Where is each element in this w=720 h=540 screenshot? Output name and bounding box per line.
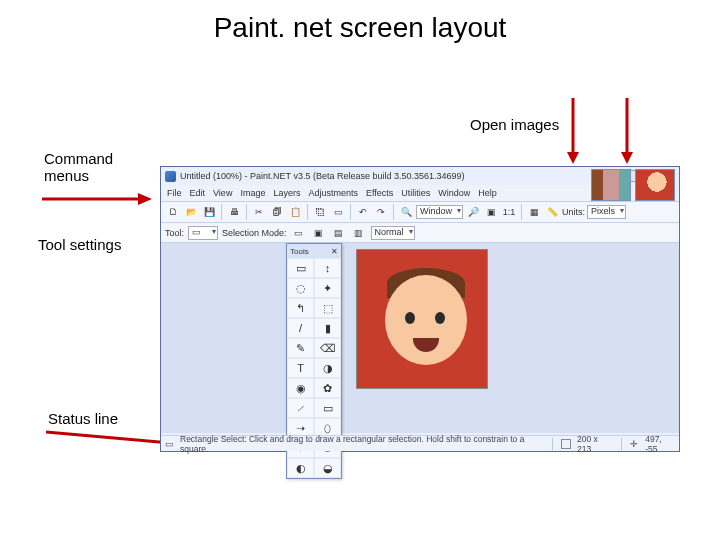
- print-icon[interactable]: 🖶: [226, 204, 242, 220]
- window-title: Untitled (100%) - Paint.NET v3.5 (Beta R…: [180, 171, 465, 181]
- arrow-command-menus: [42, 192, 152, 206]
- tool-color-picker[interactable]: ◒: [314, 458, 341, 478]
- tool-dropdown[interactable]: ▭: [188, 226, 218, 240]
- cut-icon[interactable]: ✂: [251, 204, 267, 220]
- redo-icon[interactable]: ↷: [373, 204, 389, 220]
- status-tool-icon: ▭: [165, 439, 174, 449]
- deselect-icon[interactable]: ▭: [330, 204, 346, 220]
- tool-move-selection[interactable]: ✦: [314, 278, 341, 298]
- menu-effects[interactable]: Effects: [366, 188, 393, 198]
- tool-gradient[interactable]: ✿: [314, 378, 341, 398]
- tool-recolor[interactable]: ◐: [287, 458, 314, 478]
- undo-icon[interactable]: ↶: [355, 204, 371, 220]
- tool-rect-select[interactable]: ▭: [287, 258, 314, 278]
- tool-shapes[interactable]: ◉: [287, 378, 314, 398]
- grid-icon[interactable]: ▦: [526, 204, 542, 220]
- open-icon[interactable]: 📂: [183, 204, 199, 220]
- tool-settings-bar: Tool: ▭ Selection Mode: ▭ ▣ ▤ ▥ Normal: [161, 223, 679, 243]
- mode-int-icon[interactable]: ▥: [351, 225, 367, 241]
- separator-icon: [393, 204, 394, 220]
- svg-marker-5: [138, 193, 152, 205]
- status-bar: ▭ Rectangle Select: Click and drag to dr…: [161, 435, 679, 451]
- zoom-fit-icon[interactable]: ▣: [483, 204, 499, 220]
- dimensions-icon: [561, 439, 571, 449]
- units-select[interactable]: Pixels: [587, 205, 626, 219]
- current-image[interactable]: [356, 249, 488, 389]
- callout-tool-settings: Tool settings: [38, 236, 121, 253]
- callout-status-line: Status line: [48, 410, 118, 427]
- menu-view[interactable]: View: [213, 188, 232, 198]
- thumb-1[interactable]: [591, 169, 631, 201]
- menu-help[interactable]: Help: [478, 188, 497, 198]
- separator-icon: [521, 204, 522, 220]
- separator-icon: [221, 204, 222, 220]
- main-toolbar: 🗋 📂 💾 🖶 ✂ 🗐 📋 ⿻ ▭ ↶ ↷ 🔍 Window 🔎 ▣ 1:1 ▦…: [161, 201, 679, 223]
- mode-add-icon[interactable]: ▣: [311, 225, 327, 241]
- units-label: Units:: [562, 207, 585, 217]
- menu-image[interactable]: Image: [240, 188, 265, 198]
- ruler-icon[interactable]: 📏: [544, 204, 560, 220]
- tool-magic-wand[interactable]: /: [287, 318, 314, 338]
- callout-open-images: Open images: [470, 116, 559, 133]
- copy-icon[interactable]: 🗐: [269, 204, 285, 220]
- toolbox-close-icon[interactable]: ✕: [331, 247, 338, 256]
- canvas-area[interactable]: Tools ✕ ▭ ↕ ◌ ✦ ↰ ⬚ / ▮ ✎ ⌫ T ◑ ◉ ✿ ⟋ ▭ …: [161, 243, 679, 433]
- thumb-2[interactable]: [635, 169, 675, 201]
- slide-title: Paint. net screen layout: [0, 0, 720, 44]
- menu-layers[interactable]: Layers: [273, 188, 300, 198]
- app-icon: [165, 171, 176, 182]
- tool-fill[interactable]: ◑: [314, 358, 341, 378]
- menu-edit[interactable]: Edit: [190, 188, 206, 198]
- status-dimensions: 200 x 213: [577, 434, 613, 454]
- tool-label: Tool:: [165, 228, 184, 238]
- status-hint: Rectangle Select: Click and drag to draw…: [180, 434, 538, 454]
- zoom-out-icon[interactable]: 🔎: [465, 204, 481, 220]
- mode-sub-icon[interactable]: ▤: [331, 225, 347, 241]
- menu-file[interactable]: File: [167, 188, 182, 198]
- tool-lasso[interactable]: ◌: [287, 278, 314, 298]
- separator-icon: [246, 204, 247, 220]
- tool-rect[interactable]: ▭: [314, 398, 341, 418]
- tool-text[interactable]: T: [287, 358, 314, 378]
- separator-icon: [350, 204, 351, 220]
- open-image-thumbnails: [591, 169, 675, 201]
- zoom-in-icon[interactable]: 🔍: [398, 204, 414, 220]
- save-icon[interactable]: 💾: [201, 204, 217, 220]
- callout-command-menus: Command menus: [44, 150, 113, 184]
- tool-line[interactable]: ⟋: [287, 398, 314, 418]
- tool-paintbrush[interactable]: ✎: [287, 338, 314, 358]
- tool-move[interactable]: ↕: [314, 258, 341, 278]
- arrow-open-images-1: [566, 98, 580, 164]
- tool-ellipse-select[interactable]: ↰: [287, 298, 314, 318]
- toolbox-title: Tools: [290, 247, 309, 256]
- menu-adjustments[interactable]: Adjustments: [308, 188, 358, 198]
- tool-zoom[interactable]: ⬚: [314, 298, 341, 318]
- svg-marker-3: [621, 152, 633, 164]
- crop-icon[interactable]: ⿻: [312, 204, 328, 220]
- separator-icon: [307, 204, 308, 220]
- menu-utilities[interactable]: Utilities: [401, 188, 430, 198]
- blend-dropdown[interactable]: Normal: [371, 226, 415, 240]
- tool-pan[interactable]: ▮: [314, 318, 341, 338]
- mode-label: Selection Mode:: [222, 228, 287, 238]
- position-icon: ✛: [630, 439, 640, 449]
- arrow-open-images-2: [620, 98, 634, 164]
- svg-marker-1: [567, 152, 579, 164]
- menu-window[interactable]: Window: [438, 188, 470, 198]
- new-icon[interactable]: 🗋: [165, 204, 181, 220]
- paintnet-window: Untitled (100%) - Paint.NET v3.5 (Beta R…: [160, 166, 680, 452]
- tool-eraser[interactable]: ⌫: [314, 338, 341, 358]
- zoom-actual-icon[interactable]: 1:1: [501, 204, 517, 220]
- status-position: 497, -55: [645, 434, 675, 454]
- mode-replace-icon[interactable]: ▭: [291, 225, 307, 241]
- zoom-select[interactable]: Window: [416, 205, 463, 219]
- paste-icon[interactable]: 📋: [287, 204, 303, 220]
